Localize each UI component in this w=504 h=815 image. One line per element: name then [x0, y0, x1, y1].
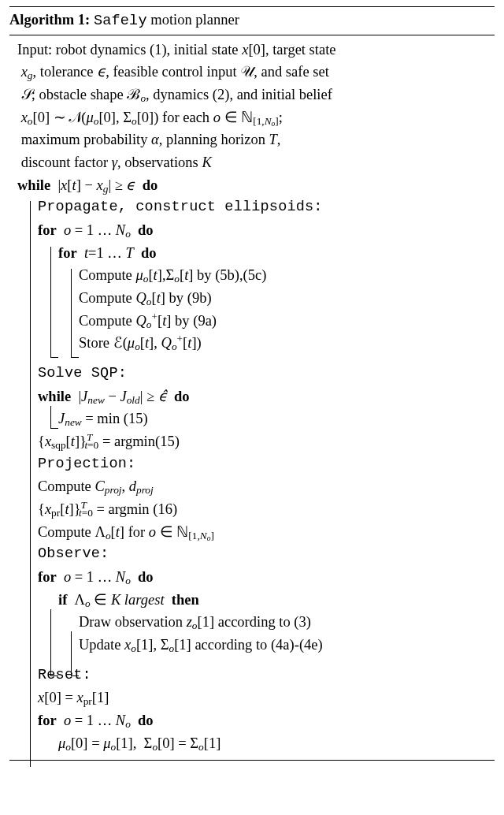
kw-for-4: for: [38, 713, 57, 728]
bar-while-main: [30, 201, 31, 767]
kw-if: if: [58, 592, 67, 608]
kw-while: while: [17, 177, 50, 193]
bar-for-o-2: [50, 609, 51, 675]
algo-body: Input: robot dynamics (1), initial state…: [9, 35, 495, 760]
kw-for-1: for: [38, 222, 57, 238]
algorithm-box: Algorithm 1: Safely motion planner Input…: [9, 6, 495, 761]
compute-cd: Compute Cproj, dproj: [9, 475, 495, 498]
for-t: for t=1 … T do: [9, 242, 495, 265]
jnew-min: Jnew = min (15): [9, 408, 495, 430]
kw-for-2: for: [58, 245, 77, 261]
input-line-6: discount factor γ, observations K: [9, 151, 495, 174]
mu-sigma-assign: μo[0] = μo[1], Σo[0] = Σo[1]: [9, 732, 495, 755]
input-line-1: Input: robot dynamics (1), initial state…: [9, 39, 495, 61]
hook-while-j: [50, 428, 58, 429]
kw-do-4: do: [174, 389, 190, 404]
compute-qplus: Compute Qo+[t] by (9a): [9, 310, 495, 333]
observe-label: Observe:: [9, 543, 495, 566]
update-xo: Update xo[1], Σo[1] according to (4a)-(4…: [9, 634, 495, 657]
compute-q: Compute Qo[t] by (9b): [9, 287, 495, 310]
kw-do-5: do: [138, 569, 154, 585]
input-keyword: Input:: [17, 42, 52, 58]
hook-for-o-1: [50, 357, 58, 358]
hook-for-t: [71, 357, 79, 358]
kw-do-1: do: [143, 177, 158, 193]
while-main: while |x[t] − xg| ≥ ϵ do: [9, 174, 495, 197]
x0-assign: x[0] = xpr[1]: [9, 687, 495, 709]
hook-if: [71, 675, 79, 676]
algo-number: Algorithm 1:: [9, 12, 90, 28]
bar-if: [71, 631, 72, 675]
reset-label: Reset:: [9, 664, 495, 687]
xsqp: {xsqp[t]}Tt=0 = argmin(15): [9, 430, 495, 453]
algo-title: Algorithm 1: Safely motion planner: [9, 7, 495, 35]
input-line-3: 𝒮; obstacle shape ℬo, dynamics (2), and …: [9, 84, 495, 106]
xpr: {xpr[t]}Tt=0 = argmin (16): [9, 498, 495, 521]
for-o-2: for o = 1 … No do: [9, 566, 495, 589]
while-j: while |Jnew − Jold| ≥ ϵ̂ do: [9, 385, 495, 408]
hook-for-o-2: [50, 675, 58, 676]
propagate-label: Propagate, construct ellipsoids:: [9, 196, 495, 219]
bar-while-j: [50, 406, 51, 428]
kw-while-2: while: [38, 389, 71, 404]
kw-for-3: for: [38, 569, 57, 585]
kw-then: then: [172, 592, 199, 608]
input-line-2: xg, tolerance ϵ, feasible control input …: [9, 61, 495, 84]
compute-lambda: Compute Λo[t] for o ∈ ℕ[1,No]: [9, 521, 495, 544]
if-lambda: if Λo ∈ K largest then: [9, 589, 495, 612]
input-line-4: xo[0] ∼ 𝒩(μo[0], Σo[0]) for each o ∈ ℕ[1…: [9, 106, 495, 129]
projection-label: Projection:: [9, 453, 495, 476]
draw-observation: Draw observation zo[1] according to (3): [9, 611, 495, 634]
for-o-3: for o = 1 … No do: [9, 709, 495, 732]
for-o-1: for o = 1 … No do: [9, 219, 495, 242]
store-e: Store ℰ(μo[t], Qo+[t]): [9, 332, 495, 355]
input-line-5: maximum probability α, planning horizon …: [9, 128, 495, 151]
kw-do-2: do: [138, 222, 154, 238]
algo-name: Safely: [94, 13, 147, 29]
compute-mu-sigma: Compute μo[t],Σo[t] by (5b),(5c): [9, 264, 495, 287]
spacer-1: [9, 355, 495, 363]
algo-title-rest: motion planner: [147, 12, 239, 28]
kw-do-3: do: [141, 245, 157, 261]
spacer-2: [9, 657, 495, 664]
bar-for-t: [71, 269, 72, 357]
solve-sqp-label: Solve SQP:: [9, 363, 495, 385]
kw-do-6: do: [138, 713, 154, 728]
bar-for-o-1: [50, 247, 51, 357]
